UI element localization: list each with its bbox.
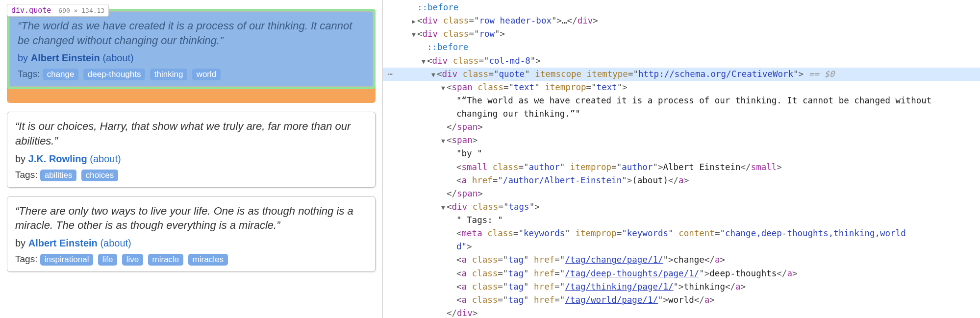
dom-line[interactable]: ▶<div class="row header-box">…</div> (383, 14, 980, 27)
tag[interactable]: miracles (188, 254, 228, 266)
tag[interactable]: world (192, 69, 221, 80)
quote-byline: by Albert Einstein (about) (15, 238, 367, 249)
author-name[interactable]: Albert Einstein (31, 52, 100, 63)
tags-line: Tags: change deep-thoughts thinking worl… (18, 69, 365, 80)
tooltip-selector: div.quote (11, 6, 51, 15)
devtools-elements-pane[interactable]: ::before ▶<div class="row header-box">…<… (382, 0, 980, 318)
rendered-page-pane: div.quote 690 × 134.13 “The world as we … (0, 0, 382, 318)
tag[interactable]: live (122, 254, 144, 266)
tag[interactable]: miracle (148, 254, 184, 266)
collapse-toggle-icon[interactable]: ▼ (430, 70, 437, 80)
tags-label: Tags: (15, 254, 40, 264)
dom-line[interactable]: " Tags: " (383, 214, 980, 227)
dom-line[interactable]: </span> (383, 187, 980, 200)
dom-line-selected[interactable]: ⋯▼<div class="quote" itemscope itemtype=… (383, 68, 980, 81)
dom-line[interactable]: <a class="tag" href="/tag/world/page/1/"… (383, 294, 980, 307)
tags-label: Tags: (15, 170, 40, 180)
dom-line[interactable]: "“The world as we have created it is a p… (383, 94, 980, 121)
quote-byline: by J.K. Rowling (about) (15, 153, 367, 165)
collapse-toggle-icon[interactable]: ▼ (440, 203, 447, 213)
expand-toggle-icon[interactable]: ▶ (410, 17, 417, 26)
dom-line[interactable]: <meta class="keywords" itemprop="keyword… (383, 227, 980, 240)
dom-line[interactable]: ::before (383, 1, 980, 14)
about-link[interactable]: (about) (102, 52, 133, 63)
collapse-toggle-icon[interactable]: ▼ (440, 83, 447, 93)
quote-text: “The world as we have created it is a pr… (18, 19, 365, 48)
tag[interactable]: deep-thoughts (83, 69, 146, 80)
tooltip-dimensions: 690 × 134.13 (58, 7, 104, 14)
dom-line[interactable]: <a href="/author/Albert-Einstein">(about… (383, 174, 980, 187)
collapse-toggle-icon[interactable]: ▼ (420, 57, 427, 67)
dom-line[interactable]: <a class="tag" href="/tag/thinking/page/… (383, 280, 980, 294)
tag[interactable]: inspirational (40, 254, 94, 266)
quote-card[interactable]: “The world as we have created it is a pr… (9, 11, 373, 87)
dom-line[interactable]: "by " (383, 147, 980, 160)
by-label: by (15, 153, 28, 164)
tags-label: Tags: (18, 69, 43, 79)
collapse-toggle-icon[interactable]: ▼ (410, 30, 417, 40)
tag[interactable]: change (43, 69, 79, 80)
author-name[interactable]: J.K. Rowling (28, 153, 87, 164)
dom-line[interactable]: ▼<span class="text" itemprop="text"> (383, 81, 980, 94)
dom-line[interactable]: ▼<div class="tags"> (383, 200, 980, 214)
quote-card[interactable]: “It is our choices, Harry, that show wha… (7, 112, 376, 187)
dom-line[interactable]: <a class="tag" href="/tag/change/page/1/… (383, 253, 980, 267)
quote-text: “There are only two ways to live your li… (15, 204, 367, 233)
dom-line[interactable]: ▼<div class="col-md-8"> (383, 54, 980, 68)
dom-line[interactable]: <a class="tag" href="/tag/deep-thoughts/… (383, 267, 980, 280)
tag[interactable]: choices (81, 170, 119, 181)
tag[interactable]: life (98, 254, 118, 266)
tags-line: Tags: inspirational life live miracle mi… (15, 254, 367, 266)
tag[interactable]: abilities (40, 170, 77, 181)
dom-line[interactable]: </div> (383, 307, 980, 318)
breadcrumb-dots-icon: ⋯ (383, 68, 398, 81)
author-name[interactable]: Albert Einstein (28, 238, 98, 248)
by-label: by (15, 238, 28, 248)
tag[interactable]: thinking (150, 69, 188, 80)
dom-line[interactable]: </span> (383, 121, 980, 134)
dom-line[interactable]: <small class="author" itemprop="author">… (383, 161, 980, 174)
collapse-toggle-icon[interactable]: ▼ (440, 136, 447, 146)
dom-line[interactable]: ▼<div class="row"> (383, 27, 980, 41)
quote-text: “It is our choices, Harry, that show wha… (15, 119, 367, 148)
dom-line[interactable]: ▼<span> (383, 134, 980, 147)
about-link[interactable]: (about) (100, 238, 131, 248)
by-label: by (18, 52, 31, 63)
about-link[interactable]: (about) (90, 153, 121, 164)
quote-byline: by Albert Einstein (about) (18, 52, 365, 64)
quote-card[interactable]: “There are only two ways to live your li… (7, 196, 376, 272)
inspect-padding-overlay: “The world as we have created it is a pr… (7, 9, 376, 89)
inspect-margin-overlay: “The world as we have created it is a pr… (7, 9, 376, 103)
tags-line: Tags: abilities choices (15, 170, 367, 181)
element-dimensions-tooltip: div.quote 690 × 134.13 (7, 4, 109, 17)
dom-line[interactable]: ::before (383, 41, 980, 54)
dom-line[interactable]: d"> (383, 240, 980, 253)
